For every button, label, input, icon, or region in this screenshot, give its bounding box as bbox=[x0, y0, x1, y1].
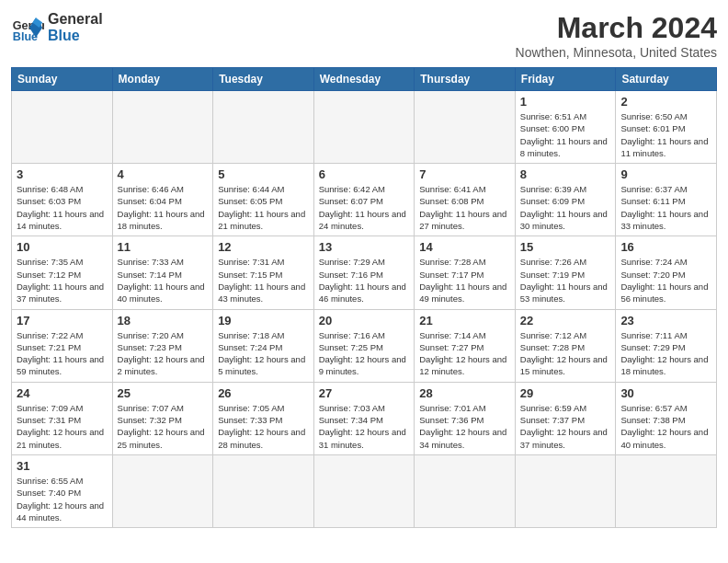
day-number: 7 bbox=[419, 167, 510, 181]
calendar-table: SundayMondayTuesdayWednesdayThursdayFrid… bbox=[11, 67, 717, 528]
calendar-title: March 2024 bbox=[516, 11, 717, 45]
calendar-cell bbox=[12, 91, 113, 164]
calendar-cell bbox=[112, 454, 213, 527]
day-number: 12 bbox=[218, 240, 309, 254]
calendar-cell: 17Sunrise: 7:22 AM Sunset: 7:21 PM Dayli… bbox=[12, 309, 113, 382]
calendar-subtitle: Nowthen, Minnesota, United States bbox=[516, 45, 717, 60]
day-number: 20 bbox=[319, 314, 410, 327]
weekday-header-tuesday: Tuesday bbox=[213, 68, 314, 91]
day-info: Sunrise: 7:33 AM Sunset: 7:14 PM Dayligh… bbox=[118, 256, 209, 304]
calendar-cell: 21Sunrise: 7:14 AM Sunset: 7:27 PM Dayli… bbox=[415, 309, 516, 382]
day-info: Sunrise: 6:46 AM Sunset: 6:04 PM Dayligh… bbox=[118, 183, 209, 232]
calendar-cell: 3Sunrise: 6:48 AM Sunset: 6:03 PM Daylig… bbox=[12, 164, 113, 236]
calendar-week-row: 31Sunrise: 6:55 AM Sunset: 7:40 PM Dayli… bbox=[12, 454, 717, 527]
day-info: Sunrise: 7:11 AM Sunset: 7:29 PM Dayligh… bbox=[620, 329, 711, 378]
day-info: Sunrise: 7:14 AM Sunset: 7:27 PM Dayligh… bbox=[419, 329, 510, 378]
day-info: Sunrise: 7:09 AM Sunset: 7:31 PM Dayligh… bbox=[17, 402, 108, 451]
day-number: 22 bbox=[520, 314, 611, 327]
calendar-cell bbox=[213, 454, 314, 527]
calendar-cell: 1Sunrise: 6:51 AM Sunset: 6:00 PM Daylig… bbox=[515, 91, 616, 164]
day-number: 21 bbox=[419, 314, 510, 327]
day-number: 13 bbox=[319, 240, 410, 254]
calendar-week-row: 17Sunrise: 7:22 AM Sunset: 7:21 PM Dayli… bbox=[12, 309, 717, 382]
logo-icon: General Blue bbox=[11, 11, 44, 44]
day-info: Sunrise: 7:07 AM Sunset: 7:32 PM Dayligh… bbox=[118, 402, 209, 451]
day-info: Sunrise: 6:50 AM Sunset: 6:01 PM Dayligh… bbox=[620, 110, 711, 159]
day-number: 9 bbox=[620, 167, 711, 181]
calendar-cell: 22Sunrise: 7:12 AM Sunset: 7:28 PM Dayli… bbox=[515, 309, 616, 382]
day-info: Sunrise: 7:24 AM Sunset: 7:20 PM Dayligh… bbox=[620, 256, 711, 304]
day-info: Sunrise: 6:48 AM Sunset: 6:03 PM Dayligh… bbox=[17, 183, 108, 232]
weekday-header-sunday: Sunday bbox=[12, 68, 113, 91]
weekday-header-friday: Friday bbox=[515, 68, 616, 91]
calendar-cell: 6Sunrise: 6:42 AM Sunset: 6:07 PM Daylig… bbox=[313, 164, 415, 236]
calendar-cell: 13Sunrise: 7:29 AM Sunset: 7:16 PM Dayli… bbox=[313, 236, 415, 309]
page-header: General Blue General Blue March 2024 Now… bbox=[11, 11, 717, 60]
calendar-cell bbox=[415, 91, 516, 164]
day-number: 15 bbox=[520, 240, 611, 254]
day-number: 11 bbox=[118, 240, 209, 254]
calendar-cell: 23Sunrise: 7:11 AM Sunset: 7:29 PM Dayli… bbox=[616, 309, 717, 382]
logo-general-text: General bbox=[48, 11, 103, 28]
day-number: 16 bbox=[620, 240, 711, 254]
day-info: Sunrise: 7:16 AM Sunset: 7:25 PM Dayligh… bbox=[319, 329, 410, 378]
day-info: Sunrise: 7:26 AM Sunset: 7:19 PM Dayligh… bbox=[520, 256, 611, 304]
day-info: Sunrise: 7:12 AM Sunset: 7:28 PM Dayligh… bbox=[520, 329, 611, 378]
calendar-cell: 31Sunrise: 6:55 AM Sunset: 7:40 PM Dayli… bbox=[12, 454, 113, 527]
calendar-week-row: 1Sunrise: 6:51 AM Sunset: 6:00 PM Daylig… bbox=[12, 91, 717, 164]
day-info: Sunrise: 7:29 AM Sunset: 7:16 PM Dayligh… bbox=[319, 256, 410, 304]
calendar-week-row: 10Sunrise: 7:35 AM Sunset: 7:12 PM Dayli… bbox=[12, 236, 717, 309]
calendar-cell bbox=[415, 454, 516, 527]
day-info: Sunrise: 6:55 AM Sunset: 7:40 PM Dayligh… bbox=[17, 475, 108, 523]
calendar-cell: 30Sunrise: 6:57 AM Sunset: 7:38 PM Dayli… bbox=[616, 382, 717, 454]
day-info: Sunrise: 6:59 AM Sunset: 7:37 PM Dayligh… bbox=[520, 402, 611, 451]
day-info: Sunrise: 7:18 AM Sunset: 7:24 PM Dayligh… bbox=[218, 329, 309, 378]
calendar-cell: 12Sunrise: 7:31 AM Sunset: 7:15 PM Dayli… bbox=[213, 236, 314, 309]
calendar-cell: 15Sunrise: 7:26 AM Sunset: 7:19 PM Dayli… bbox=[515, 236, 616, 309]
calendar-cell: 2Sunrise: 6:50 AM Sunset: 6:01 PM Daylig… bbox=[616, 91, 717, 164]
calendar-cell: 20Sunrise: 7:16 AM Sunset: 7:25 PM Dayli… bbox=[313, 309, 415, 382]
day-info: Sunrise: 7:01 AM Sunset: 7:36 PM Dayligh… bbox=[419, 402, 510, 451]
weekday-header-wednesday: Wednesday bbox=[313, 68, 415, 91]
day-number: 19 bbox=[218, 314, 309, 327]
day-info: Sunrise: 6:51 AM Sunset: 6:00 PM Dayligh… bbox=[520, 110, 611, 159]
calendar-cell: 18Sunrise: 7:20 AM Sunset: 7:23 PM Dayli… bbox=[112, 309, 213, 382]
day-number: 26 bbox=[218, 386, 309, 400]
calendar-cell bbox=[616, 454, 717, 527]
day-number: 2 bbox=[620, 95, 711, 109]
day-number: 24 bbox=[17, 386, 108, 400]
calendar-cell: 29Sunrise: 6:59 AM Sunset: 7:37 PM Dayli… bbox=[515, 382, 616, 454]
calendar-cell: 10Sunrise: 7:35 AM Sunset: 7:12 PM Dayli… bbox=[12, 236, 113, 309]
logo: General Blue General Blue bbox=[11, 11, 103, 44]
calendar-cell: 9Sunrise: 6:37 AM Sunset: 6:11 PM Daylig… bbox=[616, 164, 717, 236]
calendar-cell: 4Sunrise: 6:46 AM Sunset: 6:04 PM Daylig… bbox=[112, 164, 213, 236]
logo-blue-text: Blue bbox=[48, 28, 103, 44]
day-number: 25 bbox=[118, 386, 209, 400]
weekday-header-saturday: Saturday bbox=[616, 68, 717, 91]
day-info: Sunrise: 6:41 AM Sunset: 6:08 PM Dayligh… bbox=[419, 183, 510, 232]
day-number: 5 bbox=[218, 167, 309, 181]
day-info: Sunrise: 7:35 AM Sunset: 7:12 PM Dayligh… bbox=[17, 256, 108, 304]
calendar-cell: 7Sunrise: 6:41 AM Sunset: 6:08 PM Daylig… bbox=[415, 164, 516, 236]
weekday-header-monday: Monday bbox=[112, 68, 213, 91]
day-info: Sunrise: 7:31 AM Sunset: 7:15 PM Dayligh… bbox=[218, 256, 309, 304]
day-info: Sunrise: 7:22 AM Sunset: 7:21 PM Dayligh… bbox=[17, 329, 108, 378]
calendar-cell: 26Sunrise: 7:05 AM Sunset: 7:33 PM Dayli… bbox=[213, 382, 314, 454]
day-number: 28 bbox=[419, 386, 510, 400]
day-info: Sunrise: 7:05 AM Sunset: 7:33 PM Dayligh… bbox=[218, 402, 309, 451]
weekday-header-row: SundayMondayTuesdayWednesdayThursdayFrid… bbox=[12, 68, 717, 91]
day-number: 17 bbox=[17, 314, 108, 327]
calendar-cell: 27Sunrise: 7:03 AM Sunset: 7:34 PM Dayli… bbox=[313, 382, 415, 454]
day-info: Sunrise: 6:37 AM Sunset: 6:11 PM Dayligh… bbox=[620, 183, 711, 232]
calendar-cell bbox=[213, 91, 314, 164]
day-number: 31 bbox=[17, 459, 108, 473]
calendar-cell: 19Sunrise: 7:18 AM Sunset: 7:24 PM Dayli… bbox=[213, 309, 314, 382]
day-number: 27 bbox=[319, 386, 410, 400]
day-number: 30 bbox=[620, 386, 711, 400]
calendar-week-row: 24Sunrise: 7:09 AM Sunset: 7:31 PM Dayli… bbox=[12, 382, 717, 454]
day-number: 18 bbox=[118, 314, 209, 327]
day-number: 6 bbox=[319, 167, 410, 181]
calendar-cell bbox=[313, 454, 415, 527]
day-number: 1 bbox=[520, 95, 611, 109]
calendar-week-row: 3Sunrise: 6:48 AM Sunset: 6:03 PM Daylig… bbox=[12, 164, 717, 236]
